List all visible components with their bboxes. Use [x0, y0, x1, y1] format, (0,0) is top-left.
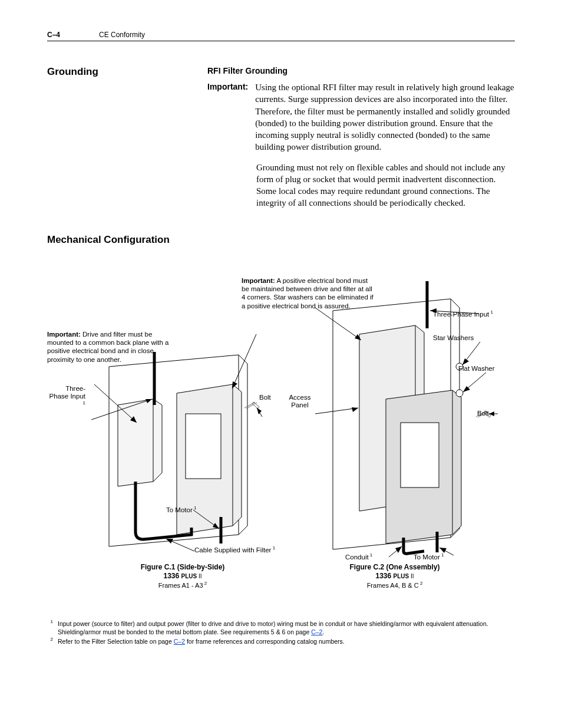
important-label: Important: [207, 81, 248, 153]
grounding-title: Grounding [47, 66, 207, 78]
fn1-text: Input power (source to filter) and outpu… [58, 620, 515, 636]
diagram-area: Important: Drive and filter must be moun… [47, 263, 515, 594]
fn1-link[interactable]: C–2 [311, 628, 322, 635]
label-flat-washer: Flat Washer [458, 365, 495, 373]
fn2-link[interactable]: C–2 [174, 638, 185, 645]
svg-point-19 [456, 390, 463, 397]
note-top-label: Important: [242, 277, 275, 284]
page-number: C–4 [47, 31, 99, 39]
note-left: Important: Drive and filter must be moun… [47, 330, 174, 364]
figure-c2-caption: Figure C.2 (One Assembly) 1336 PLUS II F… [336, 563, 454, 591]
fig2-frames: Frames A4, B & C 2 [367, 582, 423, 589]
page-root: C–4 CE Conformity Grounding RFI Filter G… [0, 0, 562, 676]
chapter-title: CE Conformity [99, 31, 145, 39]
label-conduit: Conduit 1 [345, 552, 372, 561]
label-bolt-right: Bolt [477, 410, 489, 417]
label-to-motor-left: To Motor 1 [166, 505, 196, 514]
fn2-mark: 2 [47, 637, 53, 645]
footnote-1: 1 Input power (source to filter) and out… [47, 620, 515, 636]
fig2-line1: Figure C.2 (One Assembly) [350, 563, 440, 571]
label-bolt-left: Bolt [259, 394, 271, 401]
note-left-label: Important: [47, 331, 81, 338]
footnote-2: 2 Refer to the Filter Selection table on… [47, 637, 515, 645]
grounding-section: Grounding RFI Filter Grounding Important… [47, 66, 515, 209]
svg-marker-8 [257, 408, 262, 414]
label-to-motor-right: To Motor 1 [414, 552, 444, 561]
label-access-panel: Access Panel [285, 394, 315, 409]
mechanical-title: Mechanical Configuration [47, 234, 515, 246]
svg-marker-31 [395, 546, 402, 553]
grounding-sidebar: Grounding [47, 66, 207, 209]
rfi-subtitle: RFI Filter Grounding [207, 66, 515, 75]
grounding-paragraph-2: Grounding must not rely on flexible cabl… [256, 162, 515, 209]
label-cable-supplied: Cable Supplied with Filter 1 [194, 545, 275, 554]
label-three-phase-right: Three-Phase Input 1 [433, 309, 493, 318]
figure-c1-caption: Figure C.1 (Side-by-Side) 1336 PLUS II F… [124, 563, 242, 591]
fn1-mark: 1 [47, 619, 53, 635]
figure-c1-diagram [53, 281, 283, 576]
footnotes: 1 Input power (source to filter) and out… [47, 620, 515, 646]
svg-marker-27 [489, 411, 494, 416]
label-star-washers: Star Washers [433, 334, 474, 342]
note-top: Important: A positive electrical bond mu… [242, 276, 374, 311]
figure-c2-diagram [283, 275, 507, 582]
important-text: Using the optional RFI filter may result… [255, 81, 515, 153]
page-header: C–4 CE Conformity [47, 31, 515, 41]
fn2-text: Refer to the Filter Selection table on p… [58, 637, 515, 645]
svg-rect-0 [186, 414, 221, 479]
fig1-frames: Frames A1 - A3 2 [158, 582, 207, 589]
fig1-line1: Figure C.1 (Side-by-Side) [141, 563, 225, 571]
grounding-body: RFI Filter Grounding Important: Using th… [207, 66, 515, 209]
important-block: Important: Using the optional RFI filter… [207, 81, 515, 153]
svg-marker-23 [462, 358, 469, 365]
svg-rect-15 [401, 423, 439, 487]
label-three-phase-left: Three-Phase Input 1 [47, 385, 85, 409]
